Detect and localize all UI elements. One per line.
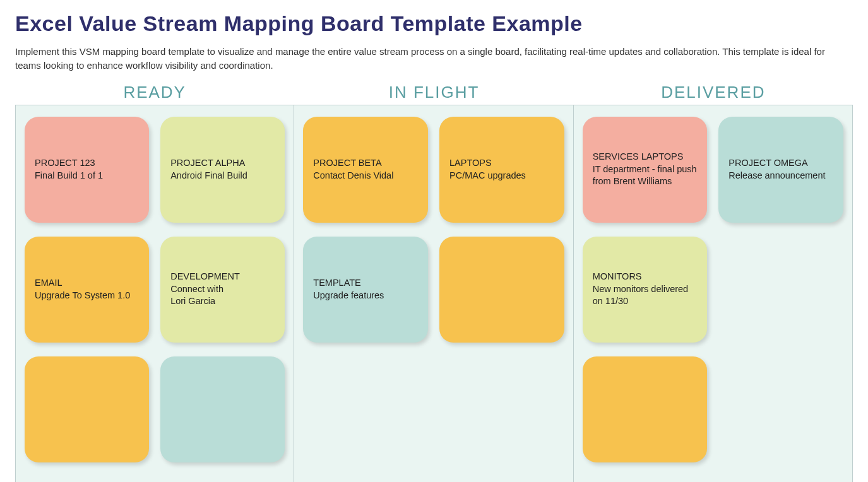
column-header: IN FLIGHT <box>294 79 573 105</box>
card-title: EMAIL <box>35 277 139 290</box>
column-body-ready[interactable]: PROJECT 123 Final Build 1 of 1 PROJECT A… <box>15 105 294 483</box>
page-title: Excel Value Stream Mapping Board Templat… <box>15 11 853 36</box>
column-header: READY <box>15 79 294 105</box>
card-title: DEVELOPMENT <box>170 271 275 283</box>
card[interactable]: PROJECT ALPHA Android Final Build <box>160 117 285 223</box>
page-description: Implement this VSM mapping board templat… <box>15 45 853 73</box>
card-title: TEMPLATE <box>313 277 418 290</box>
column-delivered: DELIVERED SERVICES LAPTOPS IT department… <box>574 79 853 483</box>
card-subtitle: Release announcement <box>728 170 833 182</box>
card-subtitle: IT department - final push from Brent Wi… <box>593 163 698 188</box>
card-subtitle: Upgrade To System 1.0 <box>35 290 139 302</box>
card-subtitle: New monitors delivered on 11/30 <box>593 283 698 308</box>
card[interactable]: PROJECT 123 Final Build 1 of 1 <box>25 117 149 223</box>
card-subtitle: Android Final Build <box>170 170 275 182</box>
card-title: SERVICES LAPTOPS <box>593 151 698 163</box>
column-body-delivered[interactable]: SERVICES LAPTOPS IT department - final p… <box>574 105 853 483</box>
card[interactable]: LAPTOPS PC/MAC upgrades <box>439 117 564 223</box>
card[interactable]: EMAIL Upgrade To System 1.0 <box>25 237 149 343</box>
card-empty[interactable] <box>583 356 708 462</box>
card-subtitle: Upgrade features <box>313 290 418 302</box>
card-subtitle: Final Build 1 of 1 <box>35 170 139 182</box>
card-title: PROJECT BETA <box>313 157 418 170</box>
column-ready: READY PROJECT 123 Final Build 1 of 1 PRO… <box>15 79 294 483</box>
column-body-in-flight[interactable]: PROJECT BETA Contact Denis Vidal LAPTOPS… <box>294 105 573 483</box>
card-empty[interactable] <box>160 356 285 462</box>
card-subtitle: Contact Denis Vidal <box>313 170 418 182</box>
column-in-flight: IN FLIGHT PROJECT BETA Contact Denis Vid… <box>294 79 573 483</box>
card-title: PROJECT 123 <box>35 157 139 170</box>
card[interactable]: PROJECT BETA Contact Denis Vidal <box>303 117 428 223</box>
card-empty[interactable] <box>439 237 564 343</box>
card-title: MONITORS <box>593 271 698 283</box>
card[interactable]: SERVICES LAPTOPS IT department - final p… <box>583 117 708 223</box>
card-subtitle: Connect with Lori Garcia <box>170 283 275 308</box>
card-title: LAPTOPS <box>449 157 554 170</box>
card[interactable]: DEVELOPMENT Connect with Lori Garcia <box>160 237 285 343</box>
card-empty[interactable] <box>25 356 149 462</box>
card-title: PROJECT OMEGA <box>728 157 833 170</box>
card-title: PROJECT ALPHA <box>170 157 275 170</box>
column-header: DELIVERED <box>574 79 853 105</box>
card[interactable]: MONITORS New monitors delivered on 11/30 <box>583 237 708 343</box>
card-subtitle: PC/MAC upgrades <box>449 170 554 182</box>
card[interactable]: PROJECT OMEGA Release announcement <box>718 117 843 223</box>
kanban-board: READY PROJECT 123 Final Build 1 of 1 PRO… <box>15 79 853 483</box>
card[interactable]: TEMPLATE Upgrade features <box>303 237 428 343</box>
